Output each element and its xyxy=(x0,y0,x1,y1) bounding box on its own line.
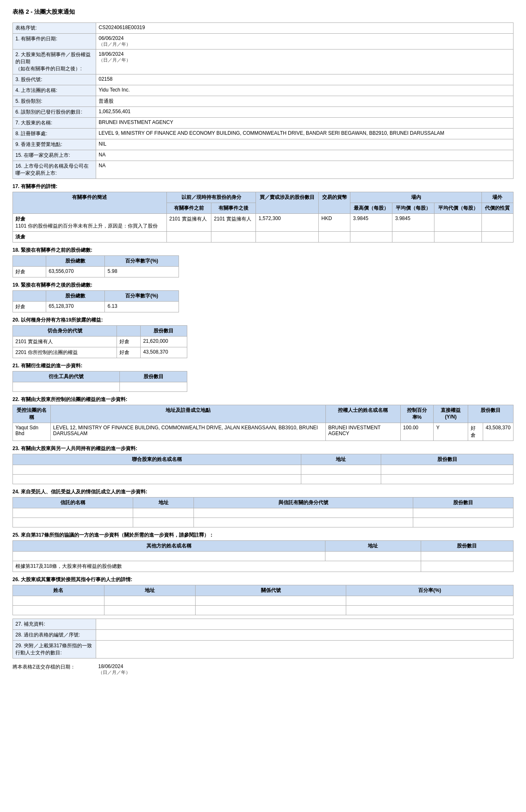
section23-table: 聯合股東的姓名或名稱 地址 股份數目 xyxy=(12,454,514,484)
s20-header-shares: 股份數目 xyxy=(140,326,187,337)
s17-header-col5c: 平均代價（每股） xyxy=(434,203,482,214)
s26-row2-name xyxy=(13,606,104,615)
footer-value: 18/06/2024 （日／月／年） xyxy=(96,662,514,677)
field9-label: 9. 香港主要營業地點: xyxy=(13,139,96,150)
s18-row1-pct: 5.98 xyxy=(105,267,179,277)
section24-title: 24. 來自受託人、信託受益人及的情信託成立人的進一步資料: xyxy=(12,488,514,495)
s25-footer-label: 根據第317及318條，大股東持有權益的股份總數 xyxy=(13,561,421,572)
s17-header-col5a: 最高價（每股） xyxy=(350,203,392,214)
s25-row1-address xyxy=(325,552,421,561)
s17-row2-shares xyxy=(256,232,319,243)
table-row xyxy=(13,475,514,484)
field1-value: 06/06/2024 （日／月／年） xyxy=(96,34,514,50)
s17-header-col5b: 平均價（每股） xyxy=(392,203,434,214)
field15-value: NA xyxy=(96,150,514,161)
table-row: 2201 你所控制的法團的權益 好倉 43,508,370 xyxy=(13,347,187,358)
table-row: 好倉 65,128,370 6.13 xyxy=(13,302,179,312)
table-row xyxy=(13,382,187,392)
s22-header-controller: 控權人士的姓名或名稱 xyxy=(325,405,400,423)
s17-row1-shares: 1,572,300 xyxy=(256,214,319,232)
section21-title: 21. 有關衍生權益的進一步資料: xyxy=(12,362,514,369)
s19-row1-pct: 6.13 xyxy=(105,302,179,312)
s22-row1-shares: 43,508,370 xyxy=(483,423,513,441)
s17-header-col1: 有關事件的簡述 xyxy=(13,192,167,214)
s17-row2-desc: 淡倉 xyxy=(13,232,167,243)
section17-table: 有關事件的簡述 以前／現時持有股份的身分 買／賣或涉及的股份數目 交易的貨幣 場… xyxy=(12,192,514,243)
field2-value: 18/06/2024 （日／月／年） xyxy=(96,50,514,74)
field5-value: 普通股 xyxy=(96,96,514,107)
s20-row2-type: 好倉 xyxy=(117,347,141,358)
s22-row1-controller: BRUNEI INVESTMENT AGENCY xyxy=(325,423,400,441)
section20-table: 切合身分的代號 股份數目 2101 實益擁有人 好倉 21,620,000 22… xyxy=(12,325,187,358)
section28-label: 28. 過往的表格的編號／序號: xyxy=(13,630,96,641)
table-row: 好倉 1101 你的股份權益的百分率未有所上升，原因是：你買入了股份 2101 … xyxy=(13,214,514,232)
s25-footer-row: 根據第317及318條，大股東持有權益的股份總數 xyxy=(13,561,514,572)
s22-header-name: 受控法團的名稱 xyxy=(13,405,51,423)
s23-row1-shares xyxy=(381,465,514,475)
form-number-label: 表格序號: xyxy=(13,23,96,34)
s26-row1-code xyxy=(196,596,346,606)
s25-footer-shares xyxy=(421,561,513,572)
s26-row2-pct xyxy=(346,606,514,615)
s17-row1-avg: 3.9845 xyxy=(392,214,434,232)
s21-header-code: 衍生工具的代號 xyxy=(13,371,120,382)
section22-table: 受控法團的名稱 地址及註冊成立地點 控權人士的姓名或名稱 控制百分率% 直接權益… xyxy=(12,405,514,441)
s24-row1-code xyxy=(194,508,413,518)
s19-header-total: 股份總數 xyxy=(46,291,105,302)
table-row xyxy=(13,465,514,475)
s18-header-pct: 百分率數字(%) xyxy=(105,256,179,267)
s20-row2-code: 2201 你所控制的法團的權益 xyxy=(13,347,117,358)
s26-row2-address xyxy=(104,606,196,615)
section26-title: 26. 大股東或其董事慣於接照其指令行事的人士的詳情: xyxy=(12,576,514,583)
field1-label: 1. 有關事件的日期: xyxy=(13,34,96,50)
table-row: 2101 實益擁有人 好倉 21,620,000 xyxy=(13,337,187,347)
s20-row1-type: 好倉 xyxy=(117,337,141,347)
field2-label: 2. 大股東知悉有關事件／股份權益的日期（如在有關事件的日期之後）: xyxy=(13,50,96,74)
s17-header-col2: 以前／現時持有股份的身分 xyxy=(166,192,256,203)
table-row xyxy=(13,596,514,606)
section25-title: 25. 來自第317條所指的協議的一方的進一步資料（關於所需的進一步資料，請參閱… xyxy=(12,532,514,539)
section28-value xyxy=(96,630,514,641)
s26-row1-pct xyxy=(346,596,514,606)
s26-row2-code xyxy=(196,606,346,615)
s20-row1-shares: 21,620,000 xyxy=(140,337,187,347)
s22-header-pct: 控制百分率% xyxy=(400,405,434,423)
s22-header-direct: 直接權益(Y/N) xyxy=(434,405,468,423)
s22-row1-direct: Y xyxy=(434,423,468,441)
field6-label: 6. 該類別的已發行股份的數目: xyxy=(13,107,96,118)
s24-row1-name xyxy=(13,508,133,518)
s17-row2-nature xyxy=(481,232,513,243)
field5-label: 5. 股份類別: xyxy=(13,96,96,107)
s26-row1-name xyxy=(13,596,104,606)
table-row xyxy=(13,508,514,518)
field4-label: 4. 上市法團的名稱: xyxy=(13,85,96,96)
s17-header-col3: 買／賣或涉及的股份數目 xyxy=(256,192,319,214)
s21-row1-code xyxy=(13,382,120,392)
s25-header-name: 其他方的姓名或名稱 xyxy=(13,541,325,552)
s23-row1-name xyxy=(13,465,301,475)
s26-row1-address xyxy=(104,596,196,606)
field16-label: 16. 上市母公司的名稱及母公司在哪一家交易所上市: xyxy=(13,161,96,179)
s22-row1-name: Yaqut Sdn Bhd xyxy=(13,423,51,441)
section26-table: 姓名 地址 關係代號 百分率(%) xyxy=(12,585,514,615)
s22-row1-type: 好倉 xyxy=(468,423,483,441)
s24-header-name: 信託的名稱 xyxy=(13,498,133,508)
s17-row2-after xyxy=(211,232,256,243)
s24-row1-shares xyxy=(413,508,513,518)
s17-row1-desc: 好倉 1101 你的股份權益的百分率未有所上升，原因是：你買入了股份 xyxy=(13,214,167,232)
section29-value xyxy=(96,641,514,659)
s21-row1-shares xyxy=(120,382,187,392)
s22-row1-address: LEVEL 12, MINISTRY OF FINANCE BUILDING, … xyxy=(50,423,325,441)
field3-label: 3. 股份代號: xyxy=(13,74,96,85)
footer-label: 將本表格2送交存檔的日期： xyxy=(12,662,96,677)
s17-header-col2a: 有關事件之前 xyxy=(166,203,211,214)
s24-row1-address xyxy=(133,508,194,518)
s24-row2-code xyxy=(194,518,413,527)
s20-row1-code: 2101 實益擁有人 xyxy=(13,337,117,347)
s19-header-pct: 百分率數字(%) xyxy=(105,291,179,302)
table-row: 淡倉 xyxy=(13,232,514,243)
s22-header-address: 地址及註冊成立地點 xyxy=(50,405,325,423)
section29-label: 29. 夾附／上載第317條所指的一致行動人士文件的數目: xyxy=(13,641,96,659)
table-row xyxy=(13,518,514,527)
s17-row2-avg xyxy=(392,232,434,243)
